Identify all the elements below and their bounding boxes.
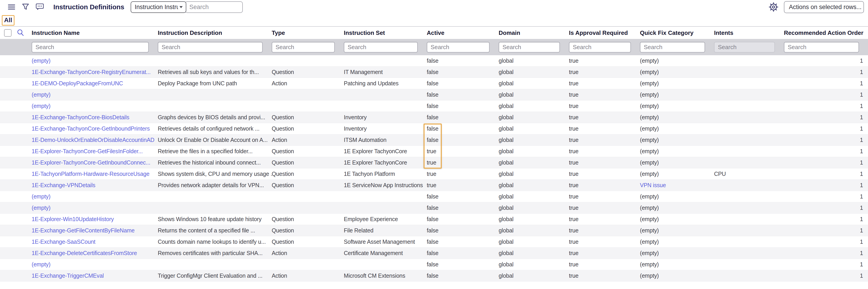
cell-approval: true [569,148,640,154]
cell-type: Question [272,227,344,234]
filter-funnel-icon[interactable] [22,3,29,11]
filter-input-name[interactable] [32,42,149,53]
cell-name[interactable]: 1E-Explorer-TachyonCore-GetInboundConnec… [32,159,158,166]
comment-icon[interactable] [36,3,44,11]
actions-dropdown-label: Actions on selected rows... [789,4,862,11]
cell-quick_fix: (empty) [640,250,714,256]
cell-order: 1 [784,57,868,64]
filter-input-description[interactable] [158,42,263,53]
table-row[interactable]: (empty)falseglobaltrue(empty)1 [0,202,868,214]
table-row[interactable]: (empty)falseglobaltrue(empty)1 [0,89,868,100]
cell-order: 1 [784,159,868,166]
cell-name[interactable]: 1E-Explorer-TachyonCore-GetFilesInFolder… [32,148,158,154]
column-header-set[interactable]: Instruction Set [344,29,427,36]
cell-name[interactable]: 1E-Exchange-SaaSCount [32,238,158,245]
table-row[interactable]: 1E-Explorer-TachyonCore-GetFilesInFolder… [0,146,868,157]
cell-active: false [427,238,499,245]
cell-approval: true [569,238,640,245]
global-search-input[interactable] [185,1,243,13]
table-row[interactable]: 1E-Exchange-TachyonCore-RegistryEnumerat… [0,66,868,78]
cell-quick_fix: (empty) [640,238,714,245]
table-row[interactable]: (empty)falseglobaltrue(empty)1 [0,100,868,112]
filter-input-approval[interactable] [569,42,631,53]
table-row[interactable]: 1E-Exchange-SaaSCountCounts domain name … [0,236,868,248]
cell-name[interactable]: (empty) [32,193,158,200]
table-row[interactable]: (empty)falseglobaltrue(empty)1 [0,191,868,202]
table-row[interactable]: (empty)falseglobaltrue(empty)1 [0,55,868,66]
cell-order: 1 [784,125,868,132]
cell-name[interactable]: 1E-Exchange-TachyonCore-RegistryEnumerat… [32,69,158,75]
column-header-approval[interactable]: Is Approval Required [569,29,640,36]
column-header-active[interactable]: Active [427,29,499,36]
table-row[interactable]: (empty)falseglobaltrue(empty)1 [0,259,868,270]
table-row[interactable]: 1E-Exchange-TriggerCMEvalTrigger ConfigM… [0,270,868,282]
filter-input-quick_fix[interactable] [640,42,705,53]
cell-name[interactable]: 1E-DEMO-DeployPackageFromUNC [32,80,158,87]
table-row[interactable]: 1E-Exchange-TachyonCore-BiosDetailsGraph… [0,112,868,123]
cell-name[interactable]: (empty) [32,205,158,211]
filter-input-order[interactable] [784,42,859,53]
table-row[interactable]: 1E-DEMO-DeployPackageFromUNCDeploy Packa… [0,78,868,89]
select-all-checkbox[interactable] [4,29,11,37]
filter-input-set[interactable] [344,42,418,53]
cell-name[interactable]: (empty) [32,103,158,109]
cell-approval: true [569,80,640,87]
cell-name[interactable]: 1E-Exchange-TriggerCMEval [32,272,158,279]
cell-quick_fix[interactable]: VPN issue [640,182,714,189]
instruction-definitions-page: Instruction Definitions Instruction Inst… [0,0,868,289]
cell-name[interactable]: (empty) [32,57,158,64]
table-header-row: Instruction NameInstruction DescriptionT… [0,27,868,39]
table-row[interactable]: 1E-Exchange-TachyonCore-GetInboundPrinte… [0,123,868,135]
table-row[interactable]: 1E-Explorer-TachyonCore-GetInboundConnec… [0,157,868,168]
table-row[interactable]: 1E-TachyonPlatform-Hardware-ResourceUsag… [0,168,868,180]
cell-name[interactable]: 1E-Explorer-Win10UpdateHistory [32,216,158,223]
column-header-type[interactable]: Type [272,29,344,36]
filter-input-active[interactable] [427,42,490,53]
cell-domain: global [499,137,569,143]
cell-name[interactable]: 1E-Exchange-VPNDetails [32,182,158,189]
column-header-intents[interactable]: Intents [714,29,784,36]
cell-quick_fix: (empty) [640,272,714,279]
column-header-description[interactable]: Instruction Description [158,29,272,36]
cell-name[interactable]: 1E-Demo-UnlockOrEnableOrDisableAccountin… [32,137,158,143]
search-icon[interactable] [17,29,25,37]
table-row[interactable]: 1E-Exchange-VPNDetailsProvides network a… [0,180,868,191]
cell-domain: global [499,57,569,64]
column-header-name[interactable]: Instruction Name [32,29,158,36]
menu-icon[interactable] [8,4,16,10]
cell-active: false [427,114,499,121]
cell-name[interactable]: 1E-Exchange-GetFileContentByFileName [32,227,158,234]
cell-approval: true [569,91,640,98]
cell-order: 1 [784,148,868,154]
cell-name[interactable]: 1E-Exchange-DeleteCertificatesFromStore [32,250,158,256]
column-header-quick_fix[interactable]: Quick Fix Category [640,29,714,36]
cell-name[interactable]: (empty) [32,91,158,98]
cell-order: 1 [784,114,868,121]
cell-quick_fix: (empty) [640,103,714,109]
tab-all[interactable]: All [2,15,14,26]
cell-name[interactable]: 1E-Exchange-TachyonCore-GetInboundPrinte… [32,125,158,132]
cell-order: 1 [784,193,868,200]
view-dropdown[interactable]: Instruction Instructi [131,1,186,13]
cell-set: 1E Explorer TachyonCore [344,159,427,166]
gear-icon[interactable] [769,2,778,12]
filter-input-type[interactable] [272,42,335,53]
cell-quick_fix: (empty) [640,227,714,234]
cell-quick_fix: (empty) [640,69,714,75]
column-header-order[interactable]: Recommended Action Order [784,29,868,36]
cell-name[interactable]: (empty) [32,261,158,268]
actions-dropdown[interactable]: Actions on selected rows... [784,1,864,13]
table-row[interactable]: 1E-Exchange-GetFileContentByFileNameRetu… [0,225,868,236]
column-header-domain[interactable]: Domain [499,29,569,36]
cell-set: Software Asset Management [344,238,427,245]
cell-approval: true [569,159,640,166]
cell-name[interactable]: 1E-TachyonPlatform-Hardware-ResourceUsag… [32,171,158,177]
cell-name[interactable]: 1E-Exchange-TachyonCore-BiosDetails [32,114,158,121]
filter-input-domain[interactable] [499,42,560,53]
table-row[interactable]: 1E-Explorer-Win10UpdateHistoryShows Wind… [0,214,868,225]
cell-order: 1 [784,69,868,75]
cell-domain: global [499,238,569,245]
cell-quick_fix: (empty) [640,261,714,268]
table-row[interactable]: 1E-Exchange-DeleteCertificatesFromStoreR… [0,248,868,259]
table-row[interactable]: 1E-Demo-UnlockOrEnableOrDisableAccountin… [0,135,868,146]
